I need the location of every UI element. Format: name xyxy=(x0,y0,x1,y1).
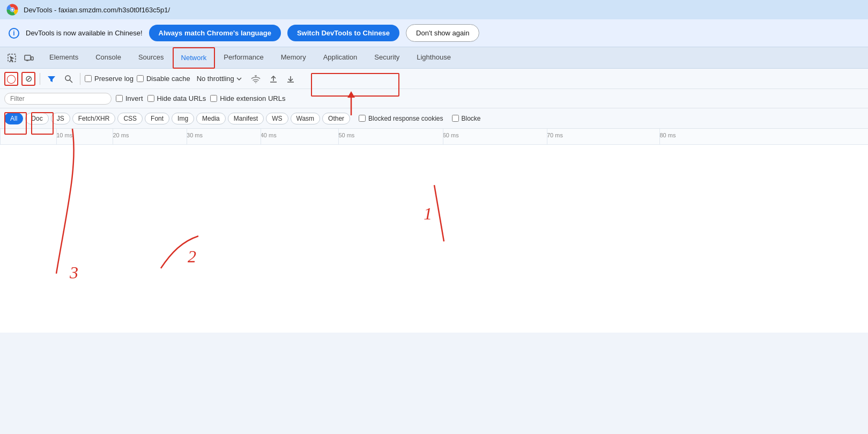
hide-data-urls-checkbox[interactable] xyxy=(147,95,154,102)
tab-elements[interactable]: Elements xyxy=(41,47,87,69)
network-conditions-icon[interactable] xyxy=(248,71,263,86)
banner-text: DevTools is now available in Chinese! xyxy=(26,29,143,37)
throttling-value: No throttling xyxy=(197,75,234,83)
chevron-down-icon xyxy=(236,77,242,80)
svg-point-8 xyxy=(65,76,70,80)
disable-cache-checkbox[interactable] xyxy=(137,75,144,82)
clear-button[interactable]: ⊘ xyxy=(21,72,35,86)
tab-network[interactable]: Network xyxy=(173,47,216,69)
record-button[interactable]: ◯ xyxy=(4,72,18,86)
tab-security[interactable]: Security xyxy=(366,47,408,69)
filter-input[interactable] xyxy=(4,93,112,105)
info-banner: i DevTools is now available in Chinese! … xyxy=(0,19,868,47)
svg-rect-6 xyxy=(31,57,33,60)
timeline-marker-20ms: 20 ms xyxy=(113,132,129,138)
disable-cache-label[interactable]: Disable cache xyxy=(137,75,190,83)
timeline-marker-80ms: 80 ms xyxy=(659,132,676,138)
disable-cache-text: Disable cache xyxy=(146,75,190,83)
cursor-box-icon xyxy=(7,53,17,63)
network-content xyxy=(0,145,868,333)
filter-css[interactable]: CSS xyxy=(117,113,143,124)
filter-img[interactable]: Img xyxy=(172,113,194,124)
filter-doc[interactable]: Doc xyxy=(25,113,48,124)
filter-fetch-xhr[interactable]: Fetch/XHR xyxy=(72,113,116,124)
network-toolbar: ◯ ⊘ Preserve log Disable cache No thrott… xyxy=(0,69,868,89)
invert-label[interactable]: Invert xyxy=(116,94,143,102)
tab-application[interactable]: Application xyxy=(315,47,366,69)
match-language-button[interactable]: Always match Chrome's language xyxy=(149,25,281,41)
magnifier-icon xyxy=(64,75,73,83)
type-filter-row: All Doc JS Fetch/XHR CSS Font Img Media … xyxy=(0,108,868,129)
hide-data-urls-text: Hide data URLs xyxy=(157,94,206,102)
responsive-icon xyxy=(24,53,34,63)
preserve-log-checkbox[interactable] xyxy=(85,75,92,82)
toolbar-divider-1 xyxy=(40,73,40,85)
funnel-icon xyxy=(47,75,56,83)
filter-all[interactable]: All xyxy=(4,113,23,124)
svg-rect-5 xyxy=(25,55,31,60)
svg-point-10 xyxy=(255,82,256,83)
toolbar-divider-2 xyxy=(80,73,80,85)
filter-js[interactable]: JS xyxy=(51,113,70,124)
hide-data-urls-label[interactable]: Hide data URLs xyxy=(147,94,206,102)
devtools-tabs: Elements Console Sources Network Perform… xyxy=(0,47,868,69)
switch-to-chinese-button[interactable]: Switch DevTools to Chinese xyxy=(287,25,399,41)
filter-media[interactable]: Media xyxy=(196,113,226,124)
upload-icon xyxy=(269,75,278,83)
info-icon: i xyxy=(9,28,19,39)
blocked-label[interactable]: Blocke xyxy=(452,115,481,122)
window-title: DevTools - faxian.smzdm.com/h3s0t0f163c5… xyxy=(24,6,170,14)
tab-icon-group xyxy=(4,50,36,65)
throttling-select[interactable]: No throttling xyxy=(194,73,245,84)
timeline-marker-10ms: 10 ms xyxy=(56,132,72,138)
tab-console[interactable]: Console xyxy=(87,47,130,69)
svg-line-9 xyxy=(70,80,72,83)
dont-show-again-button[interactable]: Don't show again xyxy=(406,24,479,42)
filter-icon[interactable] xyxy=(44,72,58,86)
tab-lighthouse[interactable]: Lighthouse xyxy=(408,47,459,69)
timeline-marker-60ms: 60 ms xyxy=(443,132,459,138)
blocked-response-cookies-checkbox[interactable] xyxy=(359,115,366,122)
filter-other[interactable]: Other xyxy=(322,113,350,124)
blocked-response-cookies-text: Blocked response cookies xyxy=(368,115,443,122)
preserve-log-text: Preserve log xyxy=(94,75,133,83)
timeline-marker-50ms: 50 ms xyxy=(338,132,354,138)
hide-ext-urls-text: Hide extension URLs xyxy=(220,94,285,102)
export-icon[interactable] xyxy=(284,72,298,86)
device-toolbar-icon[interactable] xyxy=(21,50,36,65)
invert-checkbox[interactable] xyxy=(116,95,123,102)
wifi-icon xyxy=(250,75,261,83)
search-icon[interactable] xyxy=(62,72,76,86)
tab-sources[interactable]: Sources xyxy=(130,47,173,69)
hide-ext-urls-label[interactable]: Hide extension URLs xyxy=(210,94,285,102)
timeline-header: 10 ms 20 ms 30 ms 40 ms 50 ms 60 ms 70 m… xyxy=(0,129,868,145)
filter-wasm[interactable]: Wasm xyxy=(291,113,321,124)
filter-font[interactable]: Font xyxy=(145,113,169,124)
timeline-marker-30ms: 30 ms xyxy=(187,132,203,138)
filter-manifest[interactable]: Manifest xyxy=(228,113,264,124)
svg-point-3 xyxy=(11,9,13,11)
chrome-icon xyxy=(6,4,18,16)
download-icon xyxy=(286,75,295,83)
hide-ext-urls-checkbox[interactable] xyxy=(210,95,217,102)
import-icon[interactable] xyxy=(266,72,280,86)
preserve-log-label[interactable]: Preserve log xyxy=(85,75,133,83)
blocked-text: Blocke xyxy=(462,115,481,122)
tab-performance[interactable]: Performance xyxy=(215,47,272,69)
title-bar: DevTools - faxian.smzdm.com/h3s0t0f163c5… xyxy=(0,0,868,19)
timeline-marker-40ms: 40 ms xyxy=(261,132,277,138)
filter-ws[interactable]: WS xyxy=(266,113,288,124)
invert-text: Invert xyxy=(125,94,143,102)
inspect-element-icon[interactable] xyxy=(4,50,19,65)
blocked-response-cookies-label[interactable]: Blocked response cookies xyxy=(359,115,443,122)
tab-memory[interactable]: Memory xyxy=(272,47,315,69)
filter-row: Invert Hide data URLs Hide extension URL… xyxy=(0,89,868,108)
timeline-marker-70ms: 70 ms xyxy=(547,132,563,138)
blocked-checkbox[interactable] xyxy=(452,115,459,122)
